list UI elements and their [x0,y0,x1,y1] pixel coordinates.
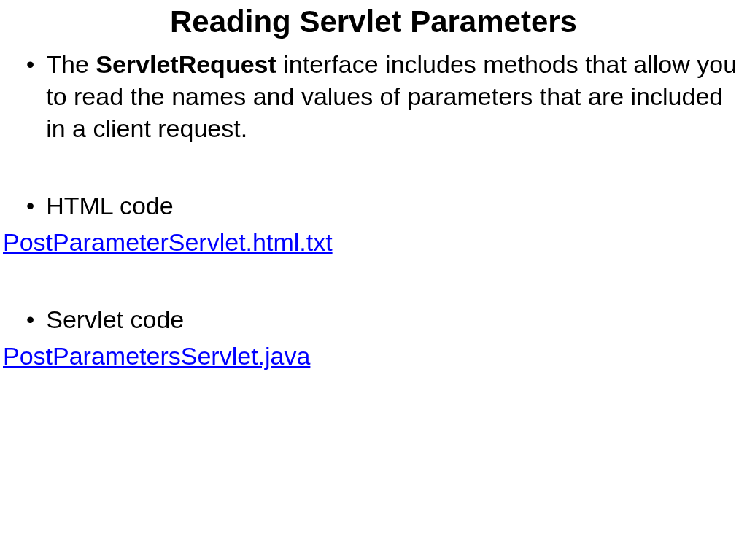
bullet-marker-icon: • [26,303,34,335]
bullet-bold: ServletRequest [96,50,276,78]
slide-container: Reading Servlet Parameters • The Servlet… [0,4,747,560]
bullet-text-2: HTML code [46,190,738,222]
link-java-file[interactable]: PostParametersServlet.java [3,342,310,370]
slide-title: Reading Servlet Parameters [0,4,747,39]
bullet-prefix: The [46,50,96,78]
bullet-marker-icon: • [26,190,34,222]
link-line-1: PostParameterServlet.html.txt [3,226,738,258]
bullet-text-1: The ServletRequest interface includes me… [46,48,738,144]
bullet-item-3: • Servlet code [19,303,738,335]
slide-content: • The ServletRequest interface includes … [0,48,747,372]
bullet-marker-icon: • [26,48,34,80]
spacer [19,262,738,303]
bullet-item-2: • HTML code [19,190,738,222]
bullet-text-3: Servlet code [46,303,738,335]
bullet-item-1: • The ServletRequest interface includes … [19,48,738,144]
link-html-file[interactable]: PostParameterServlet.html.txt [3,228,333,256]
link-line-2: PostParametersServlet.java [3,340,738,372]
spacer [19,149,738,190]
